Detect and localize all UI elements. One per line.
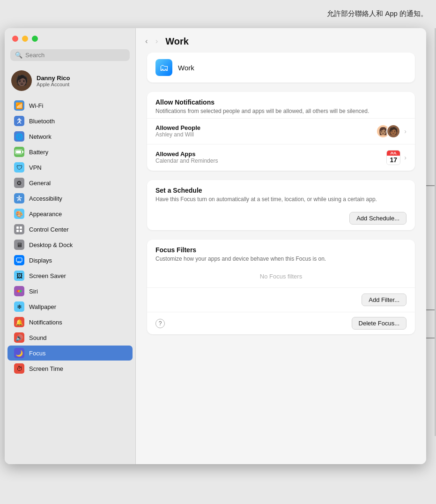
window-controls (5, 28, 135, 45)
sidebar-item-battery[interactable]: Battery (7, 144, 133, 159)
sidebar-item-network[interactable]: 🌐Network (7, 129, 133, 144)
accessibility-label: Accessibility (29, 195, 62, 202)
top-bar: ‹ › Work (136, 28, 426, 53)
calendar-icon: JUL 17 (386, 150, 400, 165)
add-filter-button[interactable]: Add Filter... (362, 293, 406, 306)
sidebar-item-displays[interactable]: Displays (7, 253, 133, 268)
allowed-people-right: 👩🏽 🧑🏾 › (376, 124, 406, 138)
svg-rect-4 (16, 226, 19, 229)
allow-notifications-header: Allow Notifications Notifications from s… (147, 92, 415, 118)
appearance-label: Appearance (29, 211, 62, 218)
screen-saver-label: Screen Saver (29, 272, 66, 279)
chevron-icon-apps: › (404, 154, 406, 161)
allowed-people-title: Allowed People (155, 124, 200, 131)
sidebar-item-notifications[interactable]: 🔔Notifications (7, 315, 133, 330)
add-filter-footer: Add Filter... (147, 288, 415, 312)
svg-rect-6 (16, 230, 19, 232)
sidebar-item-vpn[interactable]: 🛡VPN (7, 160, 133, 175)
user-profile[interactable]: 🧑🏿 Danny Rico Apple Account (5, 67, 135, 98)
forward-button[interactable]: › (154, 36, 160, 47)
chevron-icon: › (404, 128, 406, 135)
help-button[interactable]: ? (155, 319, 165, 328)
allowed-apps-right: JUL 17 › (386, 150, 406, 165)
general-label: General (29, 180, 51, 187)
page-title: Work (165, 36, 189, 47)
battery-label: Battery (29, 149, 48, 156)
notifications-label: Notifications (29, 319, 62, 326)
screen-time-icon: ⏱ (14, 363, 24, 374)
svg-rect-5 (20, 226, 22, 229)
user-info: Danny Rico Apple Account (37, 75, 70, 87)
vpn-label: VPN (29, 164, 42, 171)
sidebar-item-desktop-dock[interactable]: 🖥Desktop & Dock (7, 237, 133, 252)
control-center-label: Control Center (29, 226, 69, 233)
avatar-will: 🧑🏾 (386, 124, 400, 138)
siri-icon (14, 286, 24, 296)
sidebar-item-screen-saver[interactable]: 🖼Screen Saver (7, 268, 133, 283)
wallpaper-icon: ❄ (14, 301, 24, 312)
sidebar-item-wallpaper[interactable]: ❄Wallpaper (7, 299, 133, 314)
sidebar-item-control-center[interactable]: Control Center (7, 222, 133, 237)
avatar: 🧑🏿 (11, 70, 32, 91)
schedule-section: Set a Schedule Have this Focus turn on a… (147, 180, 415, 230)
desktop-dock-label: Desktop & Dock (29, 241, 73, 248)
focus-filters-title: Focus Filters (155, 246, 406, 254)
sidebar-item-sound[interactable]: 🔊Sound (7, 330, 133, 345)
bluetooth-icon (14, 116, 24, 126)
schedule-desc: Have this Focus turn on automatically at… (155, 196, 406, 203)
back-button[interactable]: ‹ (143, 36, 150, 47)
wallpaper-label: Wallpaper (29, 303, 56, 310)
sidebar-item-appearance[interactable]: 🎨Appearance (7, 206, 133, 221)
focus-icon: 🌙 (14, 348, 24, 358)
sidebar-item-bluetooth[interactable]: Bluetooth (7, 113, 133, 128)
delete-focus-button[interactable]: Delete Focus... (352, 317, 406, 330)
avatar-group: 👩🏽 🧑🏾 (376, 124, 400, 138)
search-box[interactable]: 🔍 (10, 49, 130, 61)
desktop-dock-icon: 🖥 (14, 240, 24, 250)
cal-day: 17 (387, 156, 400, 165)
schedule-header: Set a Schedule Have this Focus turn on a… (147, 180, 415, 206)
maximize-button[interactable] (32, 36, 38, 42)
search-input[interactable] (25, 52, 125, 59)
annotation-line-allowed (425, 185, 435, 186)
focus-mode-label: Work (178, 64, 194, 72)
bluetooth-label: Bluetooth (29, 118, 55, 125)
sidebar-item-general[interactable]: ⚙General (7, 175, 133, 190)
displays-label: Displays (29, 257, 52, 264)
wifi-icon: 📶 (14, 100, 24, 111)
user-name: Danny Rico (37, 75, 70, 82)
close-button[interactable] (12, 36, 18, 42)
vpn-icon: 🛡 (14, 162, 24, 173)
allowed-people-row[interactable]: Allowed People Ashley and Will 👩🏽 🧑🏾 › (147, 118, 415, 144)
add-schedule-button[interactable]: Add Schedule... (349, 212, 406, 225)
sidebar-item-siri[interactable]: Siri (7, 284, 133, 299)
delete-focus-row: ? Delete Focus... (147, 312, 415, 334)
focus-mode-card: 🗂 Work (147, 53, 415, 83)
main-content: ‹ › Work 🗂 Work Allow Notifications Noti… (136, 28, 426, 464)
main-window: 🔍 🧑🏿 Danny Rico Apple Account 📶Wi-FiBlue… (5, 28, 426, 464)
focus-filters-header: Focus Filters Customize how your apps an… (147, 240, 415, 266)
network-icon: 🌐 (14, 131, 24, 142)
allow-notifications-section: Allow Notifications Notifications from s… (147, 92, 415, 171)
sidebar-item-focus[interactable]: 🌙Focus (7, 346, 133, 361)
annotation-line-filter (425, 309, 435, 310)
no-filters-label: No Focus filters (147, 265, 415, 287)
wifi-label: Wi-Fi (29, 102, 43, 109)
allowed-apps-row[interactable]: Allowed Apps Calendar and Reminders JUL … (147, 144, 415, 171)
allow-notifications-title: Allow Notifications (155, 98, 406, 106)
siri-label: Siri (29, 288, 38, 295)
schedule-footer: Add Schedule... (147, 206, 415, 230)
allowed-people-sub: Ashley and Will (155, 131, 200, 138)
general-icon: ⚙ (14, 178, 24, 188)
allowed-apps-title: Allowed Apps (155, 150, 218, 158)
notifications-icon: 🔔 (14, 317, 24, 327)
appearance-icon: 🎨 (14, 209, 24, 219)
sidebar-item-screen-time[interactable]: ⏱Screen Time (7, 361, 133, 376)
sidebar-item-accessibility[interactable]: Accessibility (7, 191, 133, 206)
minimize-button[interactable] (22, 36, 28, 42)
svg-point-3 (19, 196, 20, 197)
allowed-apps-sub: Calendar and Reminders (155, 158, 218, 164)
sound-icon: 🔊 (14, 332, 24, 343)
sidebar-item-wifi[interactable]: 📶Wi-Fi (7, 98, 133, 113)
sidebar: 🔍 🧑🏿 Danny Rico Apple Account 📶Wi-FiBlue… (5, 28, 136, 464)
